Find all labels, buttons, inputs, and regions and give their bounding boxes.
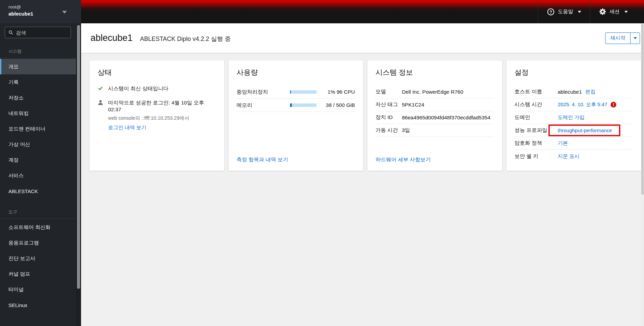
chevron-down-icon xyxy=(624,11,628,13)
memory-value: 38 / 500 GiB xyxy=(316,102,355,108)
sidebar-item-virtual-machines[interactable]: 가상 머신 xyxy=(0,137,81,152)
asset-tag-row: 자산 태그 5PK1C24 xyxy=(376,98,494,111)
memory-progress-bar xyxy=(290,103,316,107)
sidebar-item-selinux[interactable]: SELinux xyxy=(0,297,81,313)
ssh-key-row: 보안 쉘 키 지문 표시 xyxy=(515,150,633,163)
page-subtitle: ABLESTACK Diplo v4.2.2 실행 중 xyxy=(140,33,231,43)
page-scrollbar[interactable] xyxy=(641,23,644,326)
sidebar-item-storage[interactable]: 저장소 xyxy=(0,90,81,106)
nav-section-title: 도구 xyxy=(0,199,81,219)
cockpit-app: ? 도움말 세션 root@ ablecube1 xyxy=(0,0,644,326)
system-info-card-title: 시스템 정보 xyxy=(376,68,494,77)
page-title: ablecube1 xyxy=(91,33,133,43)
sidebar-item-accounts[interactable]: 계정 xyxy=(0,152,81,168)
restart-split-button: 재시작 xyxy=(605,32,640,44)
settings-card: 설정 호스트 이름 ablecube1 편집 시스템 시간 2025. 4. 1… xyxy=(507,61,641,171)
sidebar-item-terminal[interactable]: 터미널 xyxy=(0,282,81,297)
sidebar-item-overview[interactable]: 개요 xyxy=(0,59,81,74)
sidebar-item-software-updates[interactable]: 소프트웨어 최신화 xyxy=(0,219,81,235)
check-icon xyxy=(98,85,104,93)
chevron-down-icon xyxy=(578,11,581,13)
chevron-down-icon xyxy=(634,37,637,39)
restart-button[interactable]: 재시작 xyxy=(605,32,630,44)
svg-text:?: ? xyxy=(549,9,552,14)
memory-label: 메모리 xyxy=(237,102,290,109)
usage-card-title: 사용량 xyxy=(237,68,355,77)
hardware-details-link[interactable]: 하드웨어 세부 사항보기 xyxy=(376,157,431,162)
machine-id-row: 장치 ID 86ea4965d0094fd48f370ecddfad5354 xyxy=(376,111,494,124)
hostname-row: 호스트 이름 ablecube1 편집 xyxy=(515,86,633,98)
help-label: 도움말 xyxy=(558,8,573,15)
memory-progress-fill xyxy=(290,103,292,107)
time-warning-icon: ! xyxy=(611,102,616,108)
main-area: ablecube1 ABLESTACK Diplo v4.2.2 실행 중 재시… xyxy=(81,23,644,326)
search-icon xyxy=(8,30,13,35)
last-login-detail: web console의 ::ffff:10.10.253.29에서 xyxy=(108,115,216,121)
metrics-history-link[interactable]: 측정 항목과 내역 보기 xyxy=(237,157,288,162)
chevron-down-icon xyxy=(62,11,67,14)
sidebar-scrollbar[interactable] xyxy=(76,23,81,326)
page-scrollbar-thumb[interactable] xyxy=(641,24,644,195)
sidebar: root@ ablecube1 시스템 개요 기록 저장소 네트워킹 포드맨 컨… xyxy=(0,0,81,326)
sidebar-item-diagnostic-reports[interactable]: 진단 보고서 xyxy=(0,251,81,266)
overview-cards: 상태 시스템이 최신 상태입니다 마지막으로 성공한 로그인: 4월 10 xyxy=(81,53,644,171)
restart-dropdown-toggle[interactable] xyxy=(630,32,640,44)
page-header: ablecube1 ABLESTACK Diplo v4.2.2 실행 중 재시… xyxy=(81,23,644,53)
cpu-progress-fill xyxy=(290,90,291,94)
domain-join-link[interactable]: 도메인 가입 xyxy=(558,114,585,121)
sidebar-scrollbar-thumb[interactable] xyxy=(77,25,80,289)
session-label: 세션 xyxy=(610,8,620,15)
memory-usage-row: 메모리 38 / 500 GiB xyxy=(237,99,355,112)
sidebar-item-services[interactable]: 서비스 xyxy=(0,168,81,183)
settings-card-title: 설정 xyxy=(515,68,633,77)
user-icon xyxy=(98,99,104,131)
nav-section-system: 시스템 개요 기록 저장소 네트워킹 포드맨 컨테이너 가상 머신 계정 서비스… xyxy=(0,42,81,199)
last-login-row: 마지막으로 성공한 로그인: 4월 10일 오후 02:37 web conso… xyxy=(98,99,216,131)
sidebar-item-podman-containers[interactable]: 포드맨 컨테이너 xyxy=(0,121,81,137)
updates-status-text: 시스템이 최신 상태입니다 xyxy=(108,85,169,93)
sidebar-search xyxy=(0,23,81,42)
host-switcher[interactable]: root@ ablecube1 xyxy=(0,0,81,23)
nav-section-title: 시스템 xyxy=(0,42,81,58)
nav-section-tools: 도구 소프트웨어 최신화 응용프로그램 진단 보고서 커널 덤프 터미널 SEL… xyxy=(0,199,81,313)
ssh-key-fingerprint-link[interactable]: 지문 표시 xyxy=(558,153,579,160)
domain-row: 도메인 도메인 가입 xyxy=(515,111,633,124)
hostname-value: ablecube1 xyxy=(558,89,582,95)
updates-status-row: 시스템이 최신 상태입니다 xyxy=(98,85,216,93)
gear-icon xyxy=(599,8,606,15)
last-login-text: 마지막으로 성공한 로그인: 4월 10일 오후 02:37 xyxy=(108,100,204,112)
performance-profile-row: 성능 프로파일 throughput-performance xyxy=(515,124,633,137)
crypto-policy-row: 암호화 정책 기본 xyxy=(515,137,633,150)
status-card-title: 상태 xyxy=(98,68,216,77)
masthead: ? 도움말 세션 xyxy=(81,0,644,23)
system-info-card: 시스템 정보 모델 Dell Inc. PowerEdge R760 자산 태그… xyxy=(367,61,502,171)
cpu-label: 중앙처리장치 xyxy=(237,89,290,96)
search-box[interactable] xyxy=(5,27,71,38)
sidebar-item-ablestack[interactable]: ABLESTACK xyxy=(0,183,81,199)
sidebar-item-kernel-dump[interactable]: 커널 덤프 xyxy=(0,266,81,282)
hostname-edit-link[interactable]: 편집 xyxy=(585,89,595,95)
sidebar-item-networking[interactable]: 네트워킹 xyxy=(0,106,81,121)
help-menu[interactable]: ? 도움말 xyxy=(538,0,590,23)
login-history-link[interactable]: 로그인 내역 보기 xyxy=(108,124,146,131)
model-row: 모델 Dell Inc. PowerEdge R760 xyxy=(376,86,494,98)
sidebar-item-applications[interactable]: 응용프로그램 xyxy=(0,235,81,251)
usage-card: 사용량 중앙처리장치 1% 96 CPU 메모리 38 xyxy=(229,61,363,171)
cpu-progress-bar xyxy=(290,90,316,94)
help-icon: ? xyxy=(547,8,555,16)
session-menu[interactable]: 세션 xyxy=(590,0,637,23)
sidebar-item-logs[interactable]: 기록 xyxy=(0,74,81,90)
status-card: 상태 시스템이 최신 상태입니다 마지막으로 성공한 로그인: 4월 10 xyxy=(89,61,224,171)
cpu-usage-row: 중앙처리장치 1% 96 CPU xyxy=(237,86,355,99)
system-time-link[interactable]: 2025. 4. 10. 오후 5:47 xyxy=(558,101,608,108)
performance-profile-link[interactable]: throughput-performance xyxy=(558,127,612,133)
uptime-row: 가동 시간 3일 xyxy=(376,124,494,137)
annotation-highlight-box: throughput-performance xyxy=(548,124,621,136)
host-user: root@ xyxy=(8,4,76,9)
crypto-policy-link[interactable]: 기본 xyxy=(558,140,568,146)
cpu-value: 1% 96 CPU xyxy=(316,89,355,95)
search-input[interactable] xyxy=(16,30,67,36)
system-time-row: 시스템 시간 2025. 4. 10. 오후 5:47 ! xyxy=(515,98,633,111)
